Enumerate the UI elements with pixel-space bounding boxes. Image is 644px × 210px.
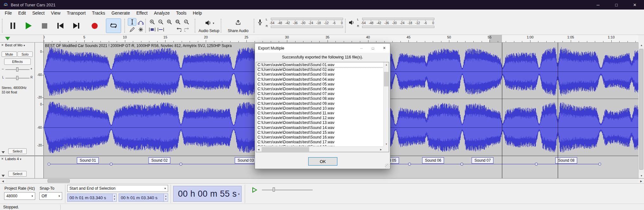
spinner-icon[interactable]: ▲▼ [164,194,168,201]
project-rate-combo[interactable]: 48000▾ [4,192,35,200]
exported-files-list[interactable]: C:\Users\xavie\Downloads\test\Sound 01.w… [256,62,389,152]
exported-file-item[interactable]: C:\Users\xavie\Downloads\test\Sound 02.w… [257,67,383,72]
effects-button[interactable]: Effects [4,58,31,65]
track-close-icon[interactable]: × [1,43,3,47]
exported-file-item[interactable]: C:\Users\xavie\Downloads\test\Sound 05.w… [257,82,383,87]
snap-to-combo[interactable]: Off▾ [39,192,62,200]
exported-file-item[interactable]: C:\Users\xavie\Downloads\test\Sound 12.w… [257,116,383,120]
exported-file-item[interactable]: C:\Users\xavie\Downloads\test\Sound 16.w… [257,135,383,140]
selection-start-field[interactable]: 00 h 01 m 03.340 s▲▼ [67,193,117,202]
scroll-up-icon[interactable]: ▲ [384,62,389,67]
menu-effect[interactable]: Effect [133,10,151,16]
exported-file-item[interactable]: C:\Users\xavie\Downloads\test\Sound 06.w… [257,87,383,91]
scroll-down-icon[interactable]: ▼ [384,142,389,146]
selection-mode-combo[interactable]: Start and End of Selection▾ [67,185,168,192]
play-speed-slider[interactable] [262,190,313,190]
pause-button[interactable] [5,18,20,33]
exported-file-item[interactable]: C:\Users\xavie\Downloads\test\Sound 08.w… [257,96,383,101]
label-text[interactable]: Sound 07 [472,157,493,164]
skip-to-start-button[interactable] [53,18,68,33]
spinner-icon[interactable]: ▲▼ [112,194,116,201]
gain-slider-thumb[interactable] [16,67,18,71]
exported-file-item[interactable]: C:\Users\xavie\Downloads\test\Sound 09.w… [257,101,383,106]
selection-tool-button[interactable] [128,18,136,26]
multi-tool-button[interactable] [136,26,145,33]
close-button[interactable]: ✕ [626,0,644,10]
toolbar-grip[interactable] [145,19,146,33]
maximize-button[interactable]: □ [607,0,626,10]
fit-project-button[interactable] [173,18,182,26]
collapse-icon[interactable] [2,175,5,177]
menu-file[interactable]: File [2,10,15,16]
scroll-left-icon[interactable]: ◀ [256,147,261,152]
menu-help[interactable]: Help [190,10,205,16]
menu-tools[interactable]: Tools [173,10,190,16]
labels-track-name[interactable]: Labels 4 ▾ [5,157,21,161]
toolbar-grip[interactable] [124,19,126,33]
menu-select[interactable]: Select [29,10,48,16]
timeline-pin-icon[interactable] [5,37,10,40]
label-handle[interactable] [48,163,50,166]
solo-button[interactable]: Solo [17,51,33,57]
play-button[interactable] [21,18,36,33]
exported-file-item[interactable]: C:\Users\xavie\Downloads\test\Sound 10.w… [257,106,383,111]
record-button[interactable] [87,18,102,33]
share-audio-button[interactable]: Share Audio [223,18,252,34]
menu-edit[interactable]: Edit [15,10,29,16]
redo-button[interactable] [183,26,191,33]
timeline-ruler[interactable]: 05101520253035404550551:001:051:10 [0,35,644,43]
menu-generate[interactable]: Generate [108,10,133,16]
labels-select-button[interactable]: Select [8,171,27,177]
toolbar-grip[interactable] [254,19,255,33]
exported-file-item[interactable]: C:\Users\xavie\Downloads\test\Sound 17.w… [257,140,383,145]
horizontal-scroll-thumb[interactable] [48,179,70,183]
label-handle[interactable] [408,163,411,166]
menu-transport[interactable]: Transport [64,10,89,16]
label-text[interactable]: Sound 08 [555,157,577,164]
label-text[interactable]: Sound 01 [77,157,99,164]
menu-tracks[interactable]: Tracks [89,10,108,16]
undo-button[interactable] [174,26,183,33]
label-handle[interactable] [110,163,113,166]
pan-slider-thumb[interactable] [16,76,18,80]
playback-meter[interactable]: LR -54-48-42-36-30-24-18-12-60 [348,17,436,29]
zoom-in-button[interactable] [148,18,156,26]
vertical-db-ruler[interactable]: 0-60-200-60-20 [35,43,44,155]
scroll-right-icon[interactable]: ▶ [379,147,383,152]
loop-button[interactable] [106,18,121,33]
recording-meter[interactable]: LR -54-48-42-36-30-24-18-12-60 [256,17,345,29]
trim-audio-button[interactable] [148,26,156,33]
zoom-toggle-button[interactable] [182,18,191,26]
label-handle[interactable] [535,163,538,166]
exported-file-item[interactable]: C:\Users\xavie\Downloads\test\Sound 03.w… [257,72,383,77]
toolbar-grip[interactable] [345,19,346,33]
exported-file-item[interactable]: C:\Users\xavie\Downloads\test\Sound 01.w… [257,63,383,67]
exported-file-item[interactable]: C:\Users\xavie\Downloads\test\Sound 04.w… [257,77,383,82]
track-close-icon[interactable]: × [1,157,3,161]
selection-end-field[interactable]: 00 h 01 m 03.340 s▲▼ [119,193,168,202]
collapse-icon[interactable] [2,151,5,153]
exported-file-item[interactable]: C:\Users\xavie\Downloads\test\Sound 15.w… [257,130,383,135]
track-name[interactable]: Best of Mo ▾ [5,43,25,47]
vertical-scrollbar[interactable]: ▲ ▼ [638,43,644,178]
scroll-up-icon[interactable]: ▲ [639,43,644,48]
play-at-speed-button[interactable] [250,186,259,193]
label-handle[interactable] [598,163,601,166]
ok-button[interactable]: OK [308,157,337,166]
minimize-button[interactable]: ─ [589,0,607,10]
scroll-left-icon[interactable]: ◀ [0,179,6,184]
silence-audio-button[interactable] [156,26,165,33]
fit-selection-button[interactable] [165,18,173,26]
toolbar-grip[interactable] [195,19,196,33]
label-text[interactable]: Sound 06 [422,157,444,164]
list-vscroll-thumb[interactable] [384,72,388,86]
skip-to-end-button[interactable] [68,18,84,33]
list-hscroll-thumb[interactable] [262,147,309,152]
resize-grip-icon[interactable] [385,164,389,168]
exported-file-item[interactable]: C:\Users\xavie\Downloads\test\Sound 13.w… [257,120,383,125]
envelope-tool-button[interactable] [136,18,145,26]
menu-analyze[interactable]: Analyze [151,10,173,16]
label-handle[interactable] [179,163,182,166]
menu-view[interactable]: View [48,10,64,16]
label-text[interactable]: Sound 02 [148,157,170,164]
